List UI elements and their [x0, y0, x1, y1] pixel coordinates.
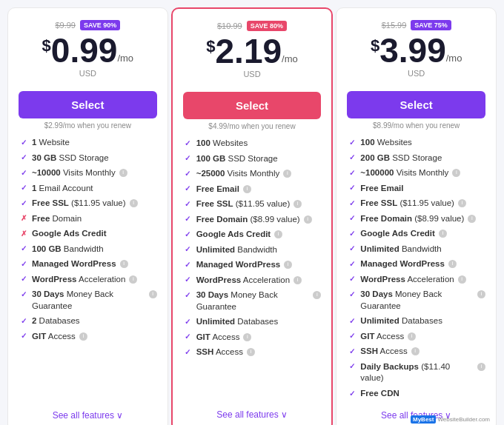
- list-item: ✓Free SSL ($11.95 value)i: [19, 198, 157, 210]
- info-icon[interactable]: i: [448, 260, 457, 268]
- price-dollar-sign: $: [42, 38, 51, 54]
- feature-text: Unlimited Databases: [360, 315, 442, 327]
- check-icon: ✓: [19, 316, 28, 326]
- list-item: ✓Free Domain ($8.99 value)i: [347, 213, 485, 225]
- info-icon[interactable]: i: [79, 332, 87, 341]
- check-icon: ✓: [183, 184, 193, 194]
- check-icon: ✓: [183, 260, 193, 270]
- check-icon: ✓: [19, 153, 28, 163]
- info-icon[interactable]: i: [284, 261, 292, 269]
- list-item: ✓Managed WordPressi: [347, 258, 485, 270]
- select-button-basic[interactable]: Select: [19, 91, 157, 118]
- info-icon[interactable]: i: [243, 333, 251, 341]
- feature-text: Free SSL ($11.95 value): [196, 198, 291, 210]
- price-currency: USD: [347, 69, 485, 78]
- list-item: ✓SSH Accessi: [347, 346, 485, 358]
- info-icon[interactable]: i: [304, 215, 312, 224]
- info-icon[interactable]: i: [468, 215, 476, 223]
- price-currency: USD: [183, 70, 322, 78]
- info-icon[interactable]: i: [274, 230, 282, 238]
- list-item: ✓30 Days Money Back Guaranteei: [183, 290, 322, 312]
- watermark-logo: MyBest: [411, 415, 436, 424]
- list-item: ✗Google Ads Credit: [19, 228, 157, 240]
- price-currency: USD: [19, 69, 157, 78]
- feature-text: 30 GB SSD Storage: [32, 153, 109, 164]
- info-icon[interactable]: i: [247, 348, 255, 356]
- feature-text: Managed WordPress: [32, 258, 116, 270]
- check-icon: ✓: [183, 230, 193, 239]
- pricing-container: $9.99SAVE 90%$0.99/moUSDSelect$2.99/mo w…: [7, 7, 497, 425]
- original-price: $15.99: [382, 21, 407, 30]
- info-icon[interactable]: i: [458, 199, 466, 207]
- info-icon[interactable]: i: [477, 290, 485, 298]
- info-icon[interactable]: i: [149, 290, 157, 298]
- feature-text: Google Ads Credit: [196, 229, 271, 241]
- list-item: ✓Free SSL ($11.95 value)i: [183, 198, 322, 210]
- check-icon: ✓: [347, 362, 357, 372]
- info-icon[interactable]: i: [294, 276, 302, 284]
- info-icon[interactable]: i: [294, 200, 302, 208]
- price-amount: 2.19: [216, 34, 282, 68]
- check-icon: ✓: [347, 244, 357, 254]
- plan-card-premium: $10.99SAVE 80%$2.19/moUSDSelect$4.99/mo …: [171, 7, 334, 425]
- list-item: ✓200 GB SSD Storage: [347, 153, 485, 164]
- list-item: ✓Free Emaili: [183, 184, 322, 195]
- check-icon: ✓: [183, 332, 193, 342]
- list-item: ✓Free SSL ($11.95 value)i: [347, 198, 485, 210]
- info-icon[interactable]: i: [452, 169, 460, 177]
- feature-text: Free Domain: [32, 213, 82, 225]
- select-button-business[interactable]: Select: [347, 91, 485, 118]
- list-item: ✓30 Days Money Back Guaranteei: [19, 289, 157, 312]
- info-icon[interactable]: i: [313, 291, 321, 299]
- check-icon: ✓: [19, 332, 28, 341]
- info-icon[interactable]: i: [458, 275, 466, 284]
- price-amount: 0.99: [51, 33, 118, 67]
- check-icon: ✓: [183, 154, 193, 164]
- chevron-down-icon: ∨: [281, 409, 288, 420]
- feature-text: Managed WordPress: [360, 258, 445, 270]
- feature-text: Unlimited Bandwidth: [196, 244, 277, 256]
- list-item: ✓100 Websites: [347, 137, 485, 149]
- feature-text: 100 Websites: [196, 138, 248, 150]
- list-item: ✓Free Email: [347, 183, 485, 195]
- info-icon[interactable]: i: [408, 332, 416, 341]
- original-price: $9.99: [55, 21, 76, 30]
- see-all-features-link[interactable]: See all features ∨: [19, 410, 157, 421]
- features-list: ✓1 Website✓30 GB SSD Storage✓~10000 Visi…: [19, 137, 157, 403]
- info-icon[interactable]: i: [283, 170, 291, 178]
- features-list: ✓100 Websites✓200 GB SSD Storage✓~100000…: [347, 137, 485, 403]
- check-icon: ✓: [19, 259, 28, 269]
- info-icon[interactable]: i: [439, 230, 447, 238]
- info-icon[interactable]: i: [119, 169, 127, 177]
- feature-text: Unlimited Databases: [196, 316, 279, 328]
- list-item: ✓Unlimited Databases: [183, 316, 322, 328]
- feature-text: ~10000 Visits Monthly: [32, 167, 116, 179]
- list-item: ✓Managed WordPressi: [19, 258, 157, 270]
- feature-text: 30 Days Money Back Guarantee: [32, 289, 145, 312]
- list-item: ✓~25000 Visits Monthlyi: [183, 168, 322, 180]
- feature-text: Free SSL ($11.95 value): [360, 198, 454, 210]
- feature-text: Daily Backups ($11.40 value): [360, 361, 474, 384]
- info-icon[interactable]: i: [129, 275, 137, 284]
- info-icon[interactable]: i: [120, 260, 128, 268]
- list-item: ✓~10000 Visits Monthlyi: [19, 167, 157, 179]
- check-icon: ✓: [347, 184, 357, 193]
- feature-text: 100 GB Bandwidth: [32, 244, 104, 255]
- list-item: ✓100 GB Bandwidth: [19, 244, 157, 255]
- list-item: ✓Unlimited Databases: [347, 315, 485, 327]
- check-icon: ✓: [347, 138, 357, 147]
- check-icon: ✓: [183, 138, 193, 148]
- see-all-features-link[interactable]: See all features ∨: [183, 409, 322, 420]
- feature-text: WordPress Acceleration: [196, 275, 290, 287]
- price-dollar-sign: $: [206, 39, 215, 55]
- info-icon[interactable]: i: [411, 347, 420, 355]
- info-icon[interactable]: i: [243, 185, 251, 193]
- select-button-premium[interactable]: Select: [183, 92, 322, 119]
- feature-text: GIT Access: [360, 331, 404, 343]
- list-item: ✓GIT Accessi: [19, 331, 157, 343]
- list-item: ✓Free Domain ($8.99 value)i: [183, 214, 322, 226]
- info-icon[interactable]: i: [130, 199, 138, 207]
- info-icon[interactable]: i: [477, 363, 485, 371]
- feature-text: 100 GB SSD Storage: [196, 153, 278, 165]
- plan-header-premium: $10.99SAVE 80%$2.19/moUSD: [183, 21, 322, 84]
